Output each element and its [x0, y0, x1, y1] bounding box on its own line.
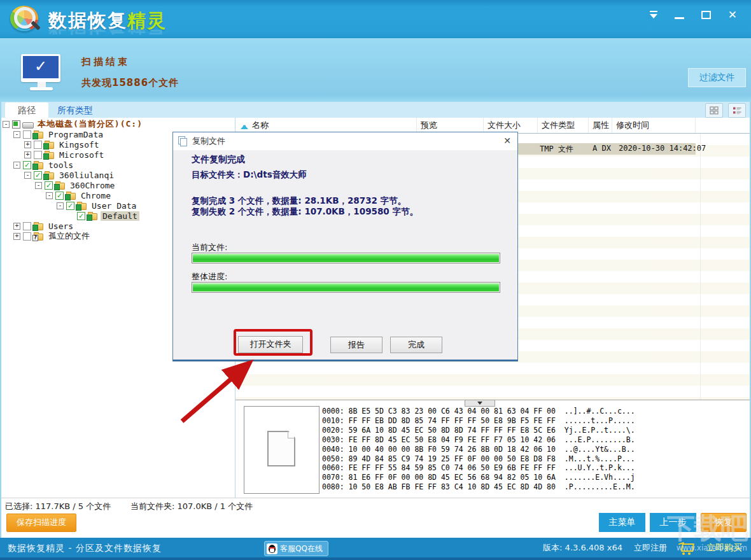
- folder-icon: [44, 140, 55, 149]
- dialog-close-icon[interactable]: ✕: [503, 136, 511, 146]
- collapse-icon[interactable]: -: [3, 121, 10, 128]
- folder-question-icon: ?: [33, 232, 45, 241]
- scan-banner: ✓ 扫描结束 共发现15886个文件 过滤文件: [0, 38, 751, 102]
- hex-line: 0070: 81 E6 FF 0F 00 00 8D 45 EC 56 68 9…: [322, 473, 635, 482]
- preview-panel: 0000: 8B E5 5D C3 83 23 00 C6 43 04 00 8…: [235, 400, 751, 498]
- checkbox-unchecked[interactable]: [34, 141, 42, 149]
- folder-icon: [87, 211, 99, 220]
- checkbox-unchecked[interactable]: [23, 222, 31, 230]
- copy-fail-line: 复制失败 2 个文件，数据量: 107.0KB，109580 字节。: [192, 206, 418, 218]
- collapse-icon[interactable]: -: [35, 182, 42, 189]
- footer-right-group: 版本: 4.3.6.408 x64 立即注册 立即购买: [543, 538, 742, 557]
- app-title-main: 数据恢复: [48, 10, 127, 31]
- main-menu-button[interactable]: 主菜单: [599, 513, 645, 532]
- qq-support-button[interactable]: 客服QQ在线: [264, 541, 328, 556]
- product-tagline: 数据恢复精灵 - 分区及文件数据恢复: [8, 543, 162, 554]
- tree-node-label[interactable]: tools: [46, 160, 75, 170]
- tree-node-label[interactable]: 孤立的文件: [46, 230, 92, 242]
- done-button[interactable]: 完成: [390, 337, 442, 353]
- expand-icon[interactable]: +: [13, 223, 20, 230]
- tree-node-label[interactable]: 本地磁盘(当前分区)(C:): [36, 118, 144, 130]
- collapse-preview-button[interactable]: [465, 400, 495, 407]
- shopping-cart-icon[interactable]: [678, 540, 695, 556]
- expand-icon[interactable]: +: [24, 151, 31, 158]
- hex-dump: 0000: 8B E5 5D C3 83 23 00 C6 43 04 00 8…: [322, 407, 635, 492]
- selection-status-bar: 已选择: 117.7KB / 5 个文件 当前文件夹: 107.0KB / 1 …: [0, 498, 751, 511]
- collapse-icon[interactable]: -: [46, 192, 53, 199]
- column-header-label: 名称: [252, 120, 269, 131]
- sort-ascending-icon[interactable]: [241, 121, 248, 130]
- file-type-cell: TMP 文件: [540, 144, 573, 155]
- tree-node-label[interactable]: Default: [101, 211, 139, 221]
- tree-node-label[interactable]: 360Chrome: [68, 181, 116, 190]
- current-file-progress-fill: [193, 254, 499, 262]
- copy-files-dialog: 复制文件 ✕ 文件复制完成 目标文件夹：D:\dts音效大师 复制完成 3 个文…: [172, 132, 518, 361]
- tree-node-label[interactable]: Users: [46, 221, 75, 231]
- buy-now-link[interactable]: 立即购买: [706, 542, 742, 554]
- list-view-button[interactable]: [728, 103, 746, 118]
- tree-node[interactable]: -本地磁盘(当前分区)(C:): [0, 119, 235, 129]
- checkbox-partial[interactable]: [12, 120, 20, 129]
- checkbox-unchecked[interactable]: [23, 130, 31, 139]
- collapse-icon[interactable]: -: [24, 172, 31, 179]
- column-header-3[interactable]: 文件大小: [484, 118, 538, 133]
- overall-progress-label: 整体进度:: [192, 271, 227, 283]
- tree-node-label[interactable]: Microsoft: [57, 150, 106, 160]
- column-header-label: 预览: [421, 120, 437, 131]
- window-frame-left: [0, 102, 1, 538]
- open-folder-button[interactable]: 打开文件夹: [238, 336, 303, 353]
- report-button[interactable]: 报告: [330, 337, 383, 353]
- tab-path[interactable]: 路径: [5, 102, 48, 118]
- tree-node-label[interactable]: 360liulanqi: [57, 171, 116, 180]
- window-menu-button[interactable]: [650, 8, 657, 22]
- recover-button[interactable]: 恢复: [701, 513, 747, 532]
- tree-node-label[interactable]: Chrome: [79, 191, 113, 200]
- column-header-2[interactable]: 预览: [417, 118, 484, 133]
- filter-files-button[interactable]: 过滤文件: [688, 68, 746, 87]
- overall-progress-fill: [193, 283, 499, 291]
- checkbox-unchecked[interactable]: [23, 232, 31, 241]
- minimize-button[interactable]: [675, 8, 684, 22]
- current-file-label: 当前文件:: [192, 242, 227, 253]
- register-link[interactable]: 立即注册: [634, 542, 667, 554]
- title-bar: 数据恢复精灵 数据恢复精灵 ✕: [0, 0, 751, 38]
- column-header-6[interactable]: 修改时间: [612, 118, 696, 133]
- tree-node-label[interactable]: User Data: [90, 201, 138, 211]
- tab-all-types[interactable]: 所有类型: [51, 102, 99, 118]
- checkbox-checked[interactable]: ✓: [77, 212, 85, 220]
- view-toggle-group: [705, 103, 746, 118]
- checkbox-checked[interactable]: ✓: [66, 202, 74, 210]
- collapse-icon[interactable]: -: [57, 202, 64, 209]
- window-controls: ✕: [650, 8, 737, 22]
- collapse-icon[interactable]: -: [13, 162, 20, 169]
- hex-line: 0000: 8B E5 5D C3 83 23 00 C6 43 04 00 8…: [322, 407, 635, 416]
- list-divider: [700, 134, 701, 400]
- previous-step-button[interactable]: 上一步: [650, 513, 696, 532]
- grid-view-button[interactable]: [705, 103, 723, 118]
- folder-icon: [33, 221, 45, 230]
- folder-icon: [44, 171, 55, 179]
- column-header-1[interactable]: 名称: [235, 118, 417, 133]
- list-view-icon: [733, 106, 742, 115]
- checkbox-checked[interactable]: ✓: [55, 192, 64, 200]
- tree-node-label[interactable]: ProgramData: [46, 130, 105, 139]
- column-header-label: 文件大小: [488, 120, 521, 131]
- expand-icon[interactable]: +: [13, 233, 20, 240]
- column-header-4[interactable]: 文件类型: [538, 118, 589, 133]
- maximize-button[interactable]: [701, 8, 711, 22]
- expand-icon[interactable]: +: [24, 141, 31, 148]
- collapse-icon[interactable]: -: [13, 131, 20, 138]
- file-attrs-cell: A DX: [593, 144, 611, 153]
- close-button[interactable]: ✕: [728, 8, 737, 22]
- column-header-5[interactable]: 属性: [589, 118, 612, 133]
- hex-line: 0010: FF FF EB DD 8D 85 74 FF FF FF 50 E…: [322, 416, 635, 426]
- checkbox-checked[interactable]: ✓: [23, 161, 31, 169]
- checkbox-checked[interactable]: ✓: [34, 171, 42, 179]
- checkbox-unchecked[interactable]: [34, 151, 42, 159]
- tree-node-label[interactable]: Kingsoft: [57, 140, 101, 150]
- save-scan-progress-button[interactable]: 保存扫描进度: [6, 514, 76, 532]
- hex-line: 0040: 10 00 40 00 00 8B F0 59 74 26 8B 0…: [322, 445, 635, 454]
- scan-complete-monitor-icon: ✓: [21, 54, 62, 92]
- checkbox-checked[interactable]: ✓: [45, 181, 53, 190]
- tab-bar: 路径 所有类型: [0, 102, 751, 118]
